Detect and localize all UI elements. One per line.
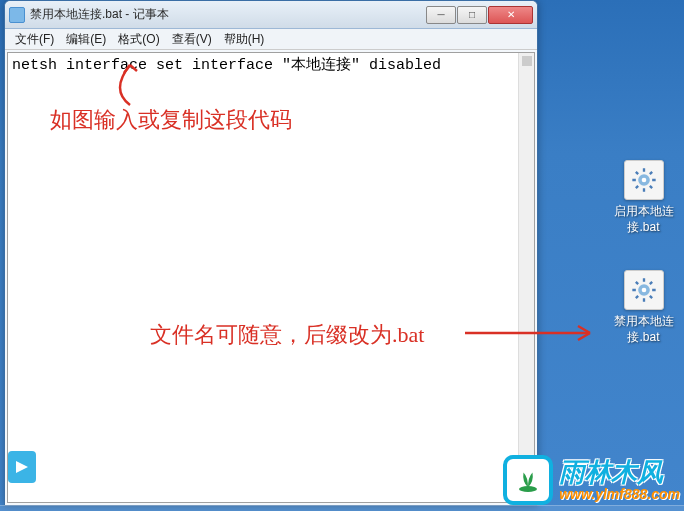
svg-point-4	[519, 486, 537, 492]
close-button[interactable]: ✕	[488, 6, 533, 24]
watermark-url: www.ylmf888.com	[559, 487, 680, 502]
menu-edit[interactable]: 编辑(E)	[60, 29, 112, 50]
menu-file[interactable]: 文件(F)	[9, 29, 60, 50]
titlebar[interactable]: 禁用本地连接.bat - 记事本 ─ □ ✕	[5, 1, 537, 29]
svg-point-3	[641, 288, 646, 293]
minimize-button[interactable]: ─	[426, 6, 456, 24]
desktop-icon-disable[interactable]: 禁用本地连接.bat	[606, 270, 681, 345]
bat-file-icon	[624, 270, 664, 310]
notepad-icon	[9, 7, 25, 23]
menu-format[interactable]: 格式(O)	[112, 29, 165, 50]
watermark-brand: 雨林木风	[559, 458, 680, 487]
watermark-logo-icon	[503, 455, 553, 505]
window-title: 禁用本地连接.bat - 记事本	[30, 6, 426, 23]
editor-text-content: netsh interface set interface "本地连接" dis…	[12, 55, 530, 74]
desktop-icon-enable-label: 启用本地连接.bat	[606, 204, 681, 235]
menu-view[interactable]: 查看(V)	[166, 29, 218, 50]
notepad-window: 禁用本地连接.bat - 记事本 ─ □ ✕ 文件(F) 编辑(E) 格式(O)…	[4, 0, 538, 506]
taskbar-edge	[0, 505, 684, 511]
bat-file-icon	[624, 160, 664, 200]
watermark: 雨林木风 www.ylmf888.com	[503, 455, 680, 505]
text-editor-area[interactable]: netsh interface set interface "本地连接" dis…	[7, 52, 535, 503]
desktop-icon-enable[interactable]: 启用本地连接.bat	[606, 160, 681, 235]
desktop-icon-disable-label: 禁用本地连接.bat	[606, 314, 681, 345]
svg-point-1	[641, 178, 646, 183]
menu-help[interactable]: 帮助(H)	[218, 29, 271, 50]
desktop-background: 启用本地连接.bat 禁用本地连接.bat 禁用本地连接.bat - 记事本 ─…	[0, 0, 684, 511]
maximize-button[interactable]: □	[457, 6, 487, 24]
side-decoration-icon	[8, 451, 36, 483]
menubar: 文件(F) 编辑(E) 格式(O) 查看(V) 帮助(H)	[5, 29, 537, 50]
vertical-scrollbar[interactable]	[518, 53, 534, 502]
